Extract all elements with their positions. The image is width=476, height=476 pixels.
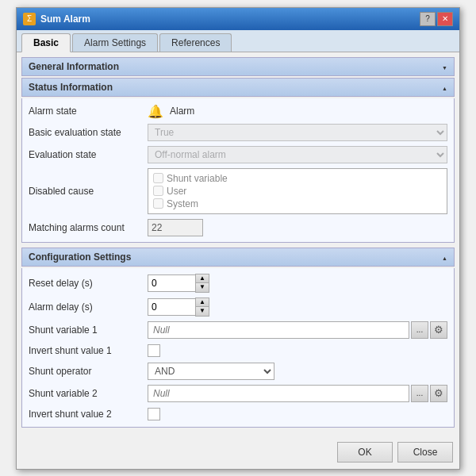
reset-delay-value: ▲ ▼ [148, 274, 447, 293]
footer: OK Close [17, 437, 459, 469]
shunt-var2-label: Shunt variable 2 [29, 388, 148, 399]
shunt-operator-select[interactable]: AND OR [148, 363, 274, 380]
basic-eval-select[interactable]: True [148, 124, 447, 141]
general-info-chevron [442, 61, 447, 72]
invert-shunt1-label: Invert shunt value 1 [29, 345, 148, 356]
shunt-var1-row: Shunt variable 1 ... ⚙ [27, 319, 449, 341]
tab-basic[interactable]: Basic [21, 33, 71, 52]
eval-state-value: Off-normal alarm [148, 146, 447, 163]
alarm-state-label: Alarm state [29, 106, 148, 117]
config-settings-header[interactable]: Configuration Settings [21, 248, 455, 267]
matching-count-value [148, 219, 447, 236]
alarm-bell-icon: 🔔 [148, 104, 163, 119]
invert-shunt1-row: Invert shunt value 1 [27, 341, 449, 360]
invert-shunt2-checkbox[interactable] [148, 408, 160, 420]
user-checkbox[interactable] [153, 186, 163, 196]
shunt-var2-value: ... ⚙ [148, 385, 447, 402]
shunt-operator-row: Shunt operator AND OR [27, 360, 449, 382]
disabled-cause-row: Disabled cause Shunt variable User [27, 166, 449, 217]
help-button[interactable]: ? [420, 12, 436, 26]
invert-shunt1-value [148, 344, 447, 357]
shunt-var1-input[interactable] [148, 321, 409, 339]
window-close-button[interactable]: ✕ [437, 12, 453, 26]
status-info-label: Status Information [29, 82, 113, 93]
config-settings-label: Configuration Settings [29, 251, 131, 263]
title-bar: Σ Sum Alarm ? ✕ [17, 8, 459, 30]
reset-delay-row: Reset delay (s) ▲ ▼ [27, 271, 449, 295]
tab-bar: Basic Alarm Settings References [17, 30, 459, 52]
alarm-delay-up-button[interactable]: ▲ [196, 298, 209, 307]
alarm-delay-down-button[interactable]: ▼ [196, 307, 209, 316]
eval-state-row: Evaluation state Off-normal alarm [27, 144, 449, 166]
general-info-label: General Information [29, 61, 119, 72]
alarm-state-row: Alarm state 🔔 Alarm [27, 102, 449, 121]
window-title: Sum Alarm [40, 13, 90, 25]
basic-eval-value: True [148, 124, 447, 141]
alarm-delay-value: ▲ ▼ [148, 298, 447, 317]
matching-count-input[interactable] [148, 219, 203, 236]
main-window: Σ Sum Alarm ? ✕ Basic Alarm Settings Ref… [16, 7, 460, 470]
basic-eval-label: Basic evaluation state [29, 127, 148, 138]
tab-alarm-settings[interactable]: Alarm Settings [72, 33, 158, 52]
disabled-cause-box: Shunt variable User System [148, 168, 447, 214]
tab-references[interactable]: References [159, 33, 232, 52]
alarm-state-text: Alarm [170, 106, 194, 117]
reset-delay-spinner: ▲ ▼ [148, 274, 209, 293]
window-icon: Σ [23, 13, 36, 25]
reset-delay-up-button[interactable]: ▲ [196, 274, 209, 283]
alarm-state-value: 🔔 Alarm [148, 104, 447, 119]
status-info-body: Alarm state 🔔 Alarm Basic evaluation sta… [21, 98, 455, 243]
shunt-variable-label: Shunt variable [167, 173, 228, 184]
ok-button[interactable]: OK [337, 442, 393, 463]
invert-shunt1-checkbox[interactable] [148, 344, 160, 357]
disabled-cause-label: Disabled cause [29, 186, 148, 197]
matching-count-label: Matching alarms count [29, 222, 148, 233]
shunt-var2-gear-button[interactable]: ⚙ [430, 385, 447, 402]
config-settings-chevron [442, 251, 447, 263]
basic-eval-row: Basic evaluation state True [27, 121, 449, 144]
config-settings-body: Reset delay (s) ▲ ▼ Alarm delay (s) [21, 268, 455, 428]
invert-shunt2-label: Invert shunt value 2 [29, 409, 148, 420]
alarm-delay-spinner: ▲ ▼ [148, 298, 209, 317]
shunt-var2-input[interactable] [148, 385, 409, 402]
user-label: User [167, 186, 186, 197]
status-info-chevron [442, 82, 447, 93]
tab-content: General Information Status Information A… [17, 52, 459, 437]
system-option: System [153, 198, 442, 210]
system-label: System [167, 198, 198, 209]
general-info-header[interactable]: General Information [21, 57, 455, 76]
reset-delay-down-button[interactable]: ▼ [196, 283, 209, 292]
matching-count-row: Matching alarms count [27, 217, 449, 239]
shunt-var1-gear-button[interactable]: ⚙ [430, 321, 447, 339]
reset-delay-input[interactable] [148, 274, 195, 292]
alarm-delay-row: Alarm delay (s) ▲ ▼ [27, 295, 449, 319]
status-info-header[interactable]: Status Information [21, 78, 455, 97]
shunt-var1-value: ... ⚙ [148, 321, 447, 339]
alarm-delay-label: Alarm delay (s) [29, 301, 148, 313]
shunt-operator-value: AND OR [148, 363, 447, 380]
invert-shunt2-value [148, 408, 447, 420]
shunt-var1-browse-button[interactable]: ... [411, 321, 428, 339]
shunt-operator-label: Shunt operator [29, 366, 148, 377]
shunt-variable-option: Shunt variable [153, 172, 442, 185]
eval-state-label: Evaluation state [29, 149, 148, 160]
reset-delay-label: Reset delay (s) [29, 278, 148, 289]
alarm-delay-input[interactable] [148, 298, 195, 316]
disabled-cause-value: Shunt variable User System [148, 168, 447, 214]
shunt-variable-checkbox[interactable] [153, 173, 163, 183]
close-button[interactable]: Close [397, 442, 453, 463]
shunt-var2-row: Shunt variable 2 ... ⚙ [27, 382, 449, 405]
system-checkbox[interactable] [153, 198, 163, 209]
eval-state-select[interactable]: Off-normal alarm [148, 146, 447, 163]
invert-shunt2-row: Invert shunt value 2 [27, 405, 449, 424]
user-option: User [153, 185, 442, 198]
shunt-var1-label: Shunt variable 1 [29, 324, 148, 336]
shunt-var2-browse-button[interactable]: ... [411, 385, 428, 402]
